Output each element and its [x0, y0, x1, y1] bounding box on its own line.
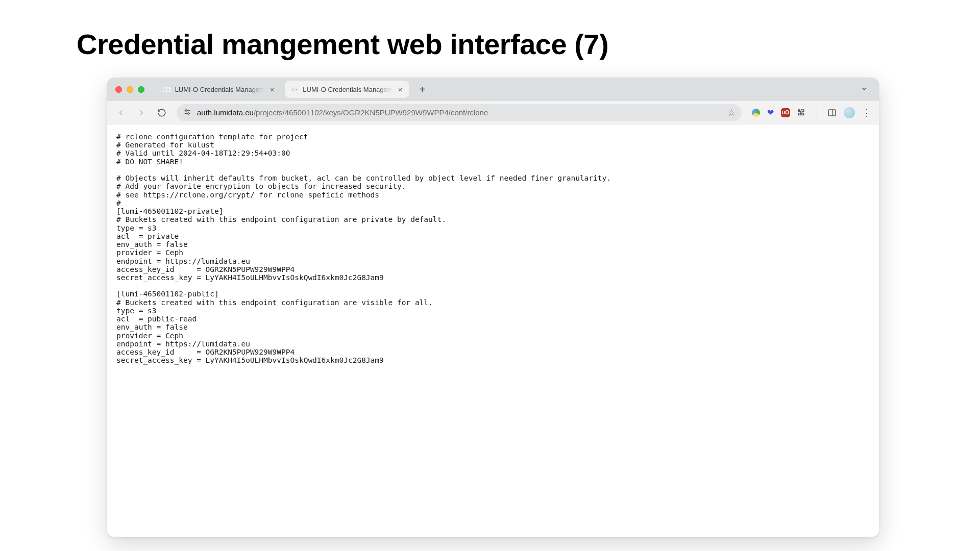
- site-settings-icon[interactable]: [183, 108, 192, 117]
- close-tab-button[interactable]: ×: [397, 86, 404, 93]
- extension-ghostery-icon[interactable]: [752, 109, 760, 117]
- back-button[interactable]: [112, 104, 130, 121]
- extension-heart-icon[interactable]: ❤: [767, 108, 774, 117]
- close-tab-button[interactable]: ×: [269, 86, 276, 93]
- url-host: auth.lumidata.eu: [197, 108, 254, 117]
- slide-title: Credential mangement web interface (7): [77, 28, 608, 61]
- extension-ublock-icon[interactable]: uO: [781, 108, 790, 117]
- close-window-button[interactable]: [115, 86, 122, 93]
- browser-toolbar: auth.lumidata.eu/projects/465001102/keys…: [107, 101, 879, 124]
- browser-tab[interactable]: ‹› LUMI-O Credentials Managem ×: [157, 81, 282, 98]
- svg-point-1: [185, 110, 187, 111]
- tab-favicon-icon: ‹›: [291, 87, 299, 92]
- tab-title: LUMI-O Credentials Managem: [303, 86, 393, 93]
- side-panel-icon[interactable]: [827, 108, 837, 117]
- tab-title: LUMI-O Credentials Managem: [175, 86, 265, 93]
- window-controls: [115, 86, 144, 93]
- url-text: auth.lumidata.eu/projects/465001102/keys…: [197, 108, 722, 117]
- tab-strip: ‹› LUMI-O Credentials Managem × ‹› LUMI-…: [107, 78, 879, 101]
- extension-icons: ❤ uO ⋮: [752, 107, 872, 118]
- chrome-menu-button[interactable]: ⋮: [862, 107, 872, 118]
- profile-avatar[interactable]: [844, 107, 855, 118]
- address-bar[interactable]: auth.lumidata.eu/projects/465001102/keys…: [177, 104, 742, 121]
- reload-button[interactable]: [153, 104, 170, 121]
- tab-list-button[interactable]: [855, 82, 873, 97]
- forward-button[interactable]: [133, 104, 150, 121]
- rclone-config-text[interactable]: # rclone configuration template for proj…: [116, 133, 870, 365]
- tab-favicon-icon: ‹›: [163, 87, 171, 92]
- new-tab-button[interactable]: +: [414, 82, 430, 97]
- toolbar-divider: [817, 107, 817, 118]
- extensions-menu-icon[interactable]: [797, 108, 806, 117]
- minimize-window-button[interactable]: [127, 86, 133, 93]
- bookmark-star-icon[interactable]: ☆: [727, 107, 736, 118]
- browser-window: ‹› LUMI-O Credentials Managem × ‹› LUMI-…: [107, 78, 879, 537]
- zoom-window-button[interactable]: [138, 86, 144, 93]
- browser-tab-active[interactable]: ‹› LUMI-O Credentials Managem ×: [285, 81, 410, 98]
- url-path: /projects/465001102/keys/OGR2KN5PUPW929W…: [254, 108, 488, 117]
- page-content: # rclone configuration template for proj…: [107, 124, 879, 537]
- svg-rect-4: [828, 110, 836, 116]
- svg-point-3: [188, 113, 189, 114]
